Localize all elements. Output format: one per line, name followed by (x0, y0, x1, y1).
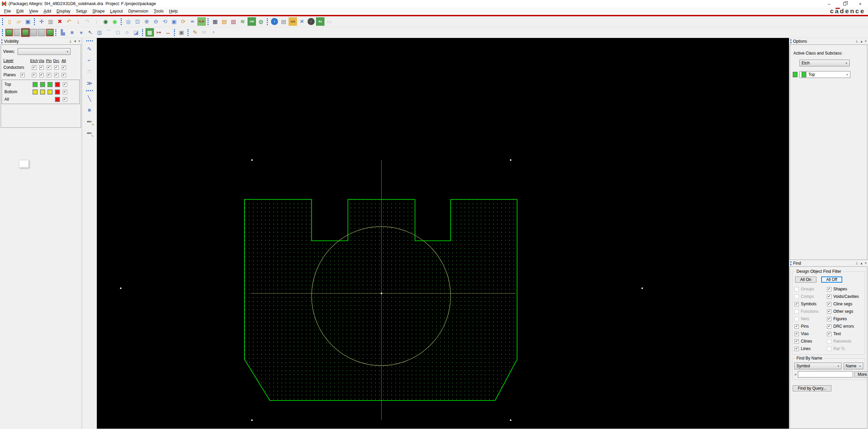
cm-view-icon[interactable]: CM (248, 17, 256, 26)
display-mode-3-icon[interactable] (22, 29, 29, 36)
dehighlight-icon[interactable]: ◉ (111, 17, 119, 26)
panel-grip-icon[interactable] (1, 39, 2, 43)
find-by-name-type-dropdown[interactable]: Symbol (794, 363, 842, 369)
planes-global-checkbox[interactable] (20, 73, 25, 77)
restore-button[interactable] (837, 0, 852, 7)
top-pin-swatch[interactable] (47, 82, 53, 87)
planes-etch-checkbox[interactable] (32, 73, 36, 77)
delete-icon[interactable]: ✖ (56, 17, 64, 26)
menu-add[interactable]: Add (41, 8, 54, 14)
menu-layout[interactable]: Layout (107, 8, 126, 14)
find-by-name-mode-dropdown[interactable]: Name (844, 363, 863, 369)
all-on-button[interactable]: All On (795, 277, 816, 283)
find-filter-symbols-checkbox[interactable] (794, 302, 799, 306)
menu-shape[interactable]: Shape (90, 8, 107, 14)
chevron-up-icon[interactable]: ▴ (861, 262, 862, 265)
add-rect-icon[interactable]: ■ (85, 105, 94, 115)
all-drc-swatch[interactable] (55, 97, 60, 102)
find-by-name-input[interactable] (798, 371, 853, 377)
bottom-etch-swatch[interactable] (33, 89, 38, 95)
subclass-color-swatch[interactable] (793, 72, 797, 77)
close-icon[interactable]: × (865, 262, 867, 265)
add-line-icon[interactable]: ╲ (85, 94, 94, 103)
minimize-button[interactable]: – (821, 0, 837, 7)
bottom-drc-swatch[interactable] (55, 89, 60, 95)
zoom-selection-icon[interactable]: ▣ (170, 17, 178, 26)
save-drawing-icon[interactable]: ▣ (24, 17, 32, 26)
dimension-linear-icon[interactable]: ↦ (155, 28, 163, 37)
shape-add-polygon-icon[interactable]: ▙ (59, 28, 67, 37)
color-dialog-icon[interactable]: ▧ (229, 17, 238, 26)
view-3d-icon[interactable]: 3D (188, 17, 197, 26)
conductors-via-checkbox[interactable] (39, 65, 44, 70)
find-filter-figures-checkbox[interactable] (827, 317, 831, 321)
circle-unfilled-icon[interactable]: ○ (123, 28, 131, 37)
find-filter-cline-segs-checkbox[interactable] (827, 302, 831, 306)
show-measure-icon[interactable]: 123 (289, 17, 297, 26)
open-drawing-icon[interactable]: ▱ (15, 17, 23, 26)
waive-drc-icon[interactable]: ✕ (298, 17, 306, 26)
all-off-button[interactable]: All Off (821, 277, 842, 283)
menu-tools[interactable]: Tools (151, 8, 166, 14)
snapshot-icon[interactable]: ▣ (177, 28, 186, 37)
close-icon[interactable]: × (78, 40, 80, 43)
shape-add-circle-icon[interactable]: ● (77, 28, 85, 37)
menu-dimension[interactable]: Dimension (125, 8, 151, 14)
close-button[interactable]: × (852, 0, 868, 7)
subclass-dropdown[interactable]: Top (800, 71, 850, 78)
close-icon[interactable]: × (865, 40, 867, 43)
find-filter-lines-checkbox[interactable] (794, 347, 799, 351)
show-property-icon[interactable]: ▤ (279, 17, 288, 26)
find-filter-clines-checkbox[interactable] (794, 339, 799, 344)
shape-add-rect-icon[interactable]: ■ (68, 28, 76, 37)
conductors-pin-checkbox[interactable] (47, 65, 51, 70)
zoom-previous-icon[interactable]: ⟲ (161, 17, 169, 26)
bottom-pin-swatch[interactable] (47, 89, 53, 95)
menu-help[interactable]: Help (166, 8, 180, 14)
copy-icon[interactable]: ▥ (46, 17, 55, 26)
drawing-canvas[interactable] (97, 38, 789, 429)
shape-void-icon[interactable]: ◪ (132, 28, 140, 37)
pin-icon[interactable]: ⊥ (69, 40, 72, 43)
zoom-in-icon[interactable]: ⊕ (142, 17, 151, 26)
undo-icon[interactable]: ↶ (65, 17, 73, 26)
zoom-points-icon[interactable]: ◎ (124, 17, 133, 26)
conductors-all-checkbox[interactable] (62, 65, 66, 70)
all-all-checkbox[interactable] (63, 97, 67, 102)
class-dropdown[interactable]: Etch (800, 60, 850, 66)
planes-all-checkbox[interactable] (62, 73, 66, 77)
grid-toggle-icon[interactable]: ▦ (211, 17, 219, 26)
panel-grip-icon[interactable] (790, 261, 791, 265)
edit-text-icon[interactable]: abc✎ (85, 128, 94, 138)
conductors-drc-checkbox[interactable] (54, 65, 59, 70)
find-filter-pins-checkbox[interactable] (794, 324, 799, 329)
zoom-fit-icon[interactable]: ⊡ (133, 17, 142, 26)
help-icon[interactable]: ? (209, 28, 218, 37)
pin-icon[interactable]: ⊥ (855, 40, 858, 43)
color-192-icon[interactable]: ▤ (220, 17, 229, 26)
new-drawing-icon[interactable]: ▯ (5, 17, 14, 26)
find-filter-text-checkbox[interactable] (827, 332, 831, 336)
find-filter-other-segs-checkbox[interactable] (827, 309, 831, 314)
create-symbol-icon[interactable]: ▦ (145, 28, 154, 37)
soldermask-shape[interactable] (244, 199, 517, 401)
drc-update-icon[interactable]: + (308, 18, 315, 25)
find-filter-voids-cavities-checkbox[interactable] (827, 294, 831, 299)
mini-floating-palette[interactable]: -··- (19, 160, 29, 168)
zoom-out-icon[interactable]: ⊖ (152, 17, 160, 26)
views-dropdown[interactable] (18, 48, 71, 55)
chevron-down-icon[interactable]: ▾ (74, 40, 76, 43)
conductors-etch-checkbox[interactable] (32, 65, 36, 70)
menu-display[interactable]: Display (54, 8, 73, 14)
planes-pin-checkbox[interactable] (47, 73, 51, 77)
planes-drc-checkbox[interactable] (54, 73, 59, 77)
top-etch-swatch[interactable] (33, 82, 38, 87)
menu-file[interactable]: File (1, 8, 14, 14)
top-all-checkbox[interactable] (63, 82, 67, 87)
route-miter-icon[interactable]: ⌐ (85, 56, 94, 65)
design-notes-icon[interactable]: ✎ (191, 28, 199, 37)
delay-tune-icon[interactable]: ≫ (85, 79, 94, 88)
shape-edit-boundary-icon[interactable]: ⌒ (104, 28, 113, 37)
more-button[interactable]: More... (854, 371, 868, 377)
redraw-icon[interactable]: ⟳ (179, 17, 188, 26)
